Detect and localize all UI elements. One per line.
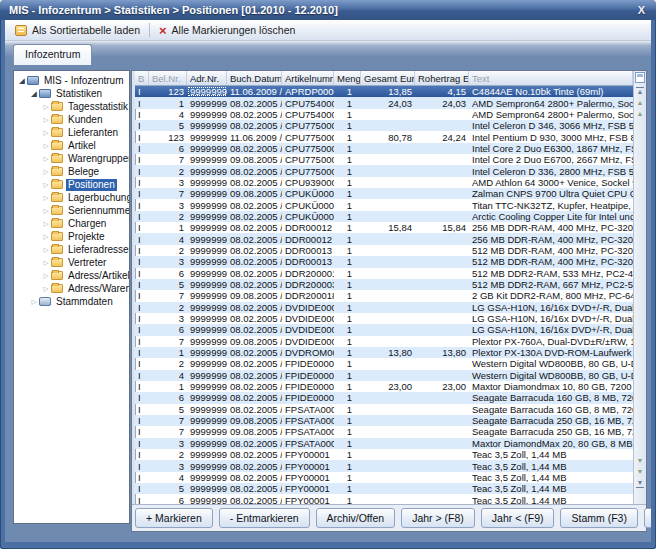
column-header-text[interactable]: Text (469, 71, 633, 85)
table-row[interactable]: I69999999908.02.2005 /DiDVDIDE000051LG G… (135, 324, 633, 335)
action-button-jahr-f9[interactable]: Jahr < (F9) (481, 508, 555, 528)
tree-collapsed-icon[interactable]: ▷ (29, 295, 39, 308)
table-row[interactable]: I69999999908.02.2005 /DiFPY000011Teac 3,… (135, 494, 633, 504)
column-header-rohertrag-euro[interactable]: Rohertrag Euro (415, 71, 469, 85)
tree-item-vertreter[interactable]: ▷Vertreter (14, 256, 129, 269)
column-header-b[interactable]: B (135, 71, 149, 85)
tree-item-mis-infozentrum[interactable]: ◢MIS - Infozentrum (14, 74, 129, 87)
action-button-entmarkieren[interactable]: - Entmarkieren (219, 508, 310, 528)
tree-collapsed-icon[interactable]: ▷ (41, 217, 51, 230)
table-row[interactable]: I29999999908.02.2005 /DiDDR000131512 MB … (135, 245, 633, 256)
tree-collapsed-icon[interactable]: ▷ (41, 178, 51, 191)
scroll-up-icon[interactable]: ▲ (634, 99, 646, 107)
grid-scrollbar[interactable]: ▲ ▲ ▲ ▼ ▼ ▼ (633, 71, 646, 504)
tree-expanded-icon[interactable]: ◢ (17, 74, 27, 87)
table-row[interactable]: I79999999909.08.2005 /DiFPSATA000091Seag… (135, 426, 633, 437)
tree-item-lieferadressen[interactable]: ▷Lieferadressen (14, 243, 129, 256)
action-button-stamm-f3[interactable]: Stamm (F3) (560, 508, 637, 528)
tree-expanded-icon[interactable]: ◢ (29, 87, 39, 100)
tree-item-kunden[interactable]: ▷Kunden (14, 113, 129, 126)
table-row[interactable]: I39999999908.02.2005 /DiDVDIDE000051LG G… (135, 313, 633, 324)
tree-item-chargen[interactable]: ▷Chargen (14, 217, 129, 230)
tree-item-seriennummern[interactable]: ▷Seriennummern (14, 204, 129, 217)
tree-collapsed-icon[interactable]: ▷ (41, 100, 51, 113)
column-chooser-icon[interactable] (635, 72, 645, 83)
scroll-to-top-icon[interactable]: ▲ (636, 87, 644, 96)
tree-collapsed-icon[interactable]: ▷ (41, 204, 51, 217)
column-header-buch-datum[interactable]: Buch.Datum (227, 71, 282, 85)
tree-item-warengruppen[interactable]: ▷Warengruppen (14, 152, 129, 165)
tree-item-adress-artikel[interactable]: ▷Adress/Artikel (14, 269, 129, 282)
action-button-archiv-offen[interactable]: Archiv/Offen (316, 508, 396, 528)
table-row[interactable]: I69999999908.02.2005 /DiCPU775000111Inte… (135, 143, 633, 154)
tree-item-tagesstatistik[interactable]: ▷Tagesstatistik (14, 100, 129, 113)
tree-collapsed-icon[interactable]: ▷ (41, 165, 51, 178)
action-button-druck-f4[interactable]: Druck (F4) (644, 508, 651, 528)
table-row[interactable]: I39999999908.02.2005 /DiFPSATA000111Maxt… (135, 438, 633, 449)
table-row[interactable]: I29999999908.02.2005 /DiFPY000011Teac 3,… (135, 449, 633, 460)
tree-collapsed-icon[interactable]: ▷ (41, 243, 51, 256)
close-button[interactable]: X (636, 4, 647, 16)
tree-collapsed-icon[interactable]: ▷ (41, 269, 51, 282)
scroll-up-page-icon[interactable]: ▲ (634, 110, 646, 118)
table-row[interactable]: I49999999908.02.2005 /DiFPIDE000011Weste… (135, 370, 633, 381)
table-row[interactable]: I59999999908.02.2005 /DiDDR2000031512 MB… (135, 279, 633, 290)
tree-collapsed-icon[interactable]: ▷ (41, 256, 51, 269)
tree-collapsed-icon[interactable]: ▷ (41, 191, 51, 204)
scroll-down-icon[interactable]: ▼ (634, 468, 646, 476)
table-row[interactable]: I1239999999911.06.2009 /DoCPU77500007180… (135, 131, 633, 142)
table-row[interactable]: I29999999908.02.2005 /DiCPUKÜ000151Arcti… (135, 211, 633, 222)
table-row[interactable]: I79999999909.08.2005 /DiDDR20001812 GB K… (135, 290, 633, 301)
table-row[interactable]: I69999999908.02.2005 /DiFPIDE000081Seaga… (135, 392, 633, 403)
tree-item-adress-warengruppen[interactable]: ▷Adress/Warengruppen (14, 282, 129, 295)
tree-item-statistiken[interactable]: ◢Statistiken (14, 87, 129, 100)
table-row-selected[interactable]: I123999999911.06.2009 /DoAPRDP00004113,8… (135, 86, 633, 97)
load-as-sort-table-button[interactable]: Als Sortiertabelle laden (9, 21, 146, 39)
tree-collapsed-icon[interactable]: ▷ (41, 139, 51, 152)
table-row[interactable]: I49999999908.02.2005 /DiDDR000121256 MB … (135, 233, 633, 244)
table-row[interactable]: I39999999908.02.2005 /DiFPY000011Teac 3,… (135, 460, 633, 471)
table-row[interactable]: I79999999909.08.2005 /DiFPSATA000091Seag… (135, 415, 633, 426)
clear-marks-button[interactable]: × Alle Markierungen löschen (153, 21, 301, 39)
table-row[interactable]: I49999999908.02.2005 /DiCPU754000031AMD … (135, 109, 633, 120)
table-row[interactable]: I79999999909.08.2005 /DiDVDIDE000161Plex… (135, 336, 633, 347)
table-row[interactable]: I19999999908.02.2005 /DiFPIDE00005123,00… (135, 381, 633, 392)
table-row[interactable]: I39999999908.02.2005 /DiCPU939000021AMD … (135, 177, 633, 188)
column-header-artikelnummer[interactable]: Artikelnummer (282, 71, 334, 85)
table-row[interactable]: I79999999909.08.2005 /DiCPU775000141Inte… (135, 154, 633, 165)
column-header-menge[interactable]: Menge (334, 71, 361, 85)
tree-item-projekte[interactable]: ▷Projekte (14, 230, 129, 243)
table-row[interactable]: I19999999908.02.2005 /DiCPU75400001124,0… (135, 97, 633, 108)
table-row[interactable]: I29999999908.02.2005 /DiFPIDE000011Weste… (135, 358, 633, 369)
tree-item-lagerbuchungen[interactable]: ▷Lagerbuchungen (14, 191, 129, 204)
scroll-to-bottom-icon[interactable]: ▼ (636, 479, 644, 488)
action-button-markieren[interactable]: + Markieren (135, 508, 213, 528)
column-header-adr-nr[interactable]: Adr.Nr. (187, 71, 227, 85)
column-header-gesamt-euro[interactable]: Gesamt Euro (361, 71, 415, 85)
table-row[interactable]: I19999999908.02.2005 /DiDVDROM00001113,8… (135, 347, 633, 358)
table-row[interactable]: I59999999908.02.2005 /DiCPU775000051Inte… (135, 120, 633, 131)
tree-collapsed-icon[interactable]: ▷ (41, 152, 51, 165)
table-row[interactable]: I69999999908.02.2005 /DiDDR2000011512 MB… (135, 268, 633, 279)
table-row[interactable]: I29999999908.02.2005 /DiDVDIDE000051LG G… (135, 302, 633, 313)
tree-item-belege[interactable]: ▷Belege (14, 165, 129, 178)
tree-item-artikel[interactable]: ▷Artikel (14, 139, 129, 152)
table-row[interactable]: I39999999908.02.2005 /DiDDR000131512 MB … (135, 256, 633, 267)
table-row[interactable]: I19999999908.02.2005 /DiDDR00012115,8415… (135, 222, 633, 233)
table-row[interactable]: I59999999908.02.2005 /DiFPSATA000011Seag… (135, 404, 633, 415)
tree-collapsed-icon[interactable]: ▷ (41, 282, 51, 295)
column-header-bel-nr[interactable]: Bel.Nr. (149, 71, 187, 85)
table-row[interactable]: I79999999909.08.2005 /DiCPUKÜ000051Zalma… (135, 188, 633, 199)
table-row[interactable]: I49999999908.02.2005 /DiFPY000011Teac 3,… (135, 472, 633, 483)
tree-item-stammdaten[interactable]: ▷Stammdaten (14, 295, 129, 308)
table-row[interactable]: I59999999908.02.2005 /DiFPY000011Teac 3,… (135, 483, 633, 494)
table-row[interactable]: I39999999908.02.2005 /DiCPUKÜ000101Titan… (135, 199, 633, 210)
tree-collapsed-icon[interactable]: ▷ (41, 113, 51, 126)
tree-collapsed-icon[interactable]: ▷ (41, 230, 51, 243)
tree-collapsed-icon[interactable]: ▷ (41, 126, 51, 139)
tree-item-lieferanten[interactable]: ▷Lieferanten (14, 126, 129, 139)
action-button-jahr-f8[interactable]: Jahr > (F8) (401, 508, 475, 528)
scroll-down-page-icon[interactable]: ▼ (634, 457, 646, 465)
tree-item-positionen[interactable]: ▷Positionen (14, 178, 129, 191)
table-row[interactable]: I29999999908.02.2005 /DiCPU775000191Inte… (135, 165, 633, 176)
